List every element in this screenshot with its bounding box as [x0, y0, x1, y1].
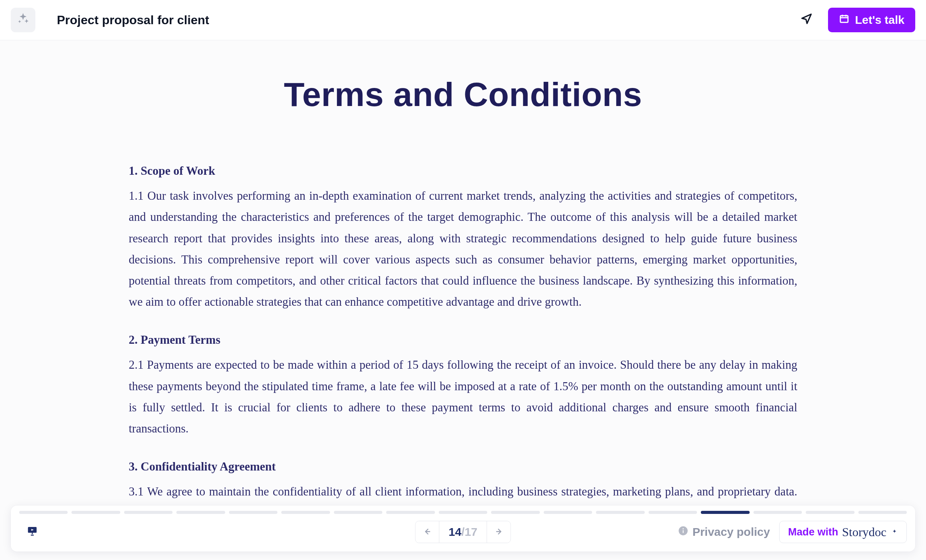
- svg-point-4: [683, 528, 684, 529]
- progress-segment[interactable]: [596, 511, 644, 514]
- made-with-storydoc-link[interactable]: Made with Storydoc: [779, 521, 907, 543]
- section-heading: 1. Scope of Work: [129, 160, 797, 181]
- location-arrow-icon: [800, 13, 813, 28]
- slide-progress[interactable]: [19, 511, 907, 514]
- page-content: Terms and Conditions 1. Scope of Work1.1…: [129, 40, 797, 560]
- total-pages: 17: [465, 525, 477, 538]
- page-separator: /: [461, 525, 465, 538]
- progress-segment[interactable]: [649, 511, 697, 514]
- progress-segment[interactable]: [858, 511, 907, 514]
- progress-segment[interactable]: [281, 511, 330, 514]
- top-bar: Project proposal for client Let's talk: [0, 0, 926, 40]
- lets-talk-label: Let's talk: [855, 13, 904, 27]
- progress-segment[interactable]: [806, 511, 854, 514]
- next-slide-button[interactable]: [487, 521, 511, 543]
- progress-segment[interactable]: [491, 511, 539, 514]
- progress-segment[interactable]: [71, 511, 120, 514]
- document-title: Project proposal for client: [57, 13, 209, 27]
- privacy-policy-link[interactable]: Privacy policy: [678, 525, 770, 539]
- current-page: 14: [448, 525, 461, 538]
- progress-segment[interactable]: [124, 511, 173, 514]
- progress-segment[interactable]: [439, 511, 487, 514]
- page-scroll-area[interactable]: Terms and Conditions 1. Scope of Work1.1…: [0, 40, 926, 560]
- present-button[interactable]: [24, 524, 41, 540]
- section-body: 1.1 Our task involves performing an in-d…: [129, 185, 797, 312]
- sparkle-icon: [16, 12, 30, 28]
- privacy-policy-label: Privacy policy: [692, 525, 770, 538]
- section-heading: 3. Confidentiality Agreement: [129, 456, 797, 477]
- storydoc-brand: Storydoc: [842, 525, 886, 539]
- arrow-left-icon: [423, 527, 432, 537]
- page-title: Terms and Conditions: [129, 75, 797, 114]
- progress-segment[interactable]: [386, 511, 435, 514]
- presentation-icon: [27, 525, 38, 539]
- progress-segment[interactable]: [544, 511, 592, 514]
- progress-segment[interactable]: [334, 511, 382, 514]
- prev-slide-button[interactable]: [415, 521, 439, 543]
- progress-segment[interactable]: [176, 511, 225, 514]
- progress-segment[interactable]: [701, 511, 749, 514]
- svg-rect-0: [840, 15, 848, 22]
- bottom-bar: 14/17 Privacy policy Made with Storydoc: [11, 505, 915, 552]
- page-indicator: 14/17: [439, 521, 486, 543]
- section-body: 2.1 Payments are expected to be made wit…: [129, 354, 797, 439]
- share-button[interactable]: [796, 9, 817, 31]
- svg-rect-3: [683, 530, 684, 533]
- info-icon: [678, 525, 689, 539]
- arrow-right-icon: [494, 527, 503, 537]
- progress-segment[interactable]: [753, 511, 802, 514]
- progress-segment[interactable]: [229, 511, 277, 514]
- pager: 14/17: [415, 521, 511, 543]
- sparkle-icon: [890, 526, 898, 538]
- app-logo: [11, 8, 35, 32]
- terms-body: 1. Scope of Work1.1 Our task involves pe…: [129, 160, 797, 545]
- calendar-icon: [839, 13, 850, 27]
- progress-segment[interactable]: [19, 511, 68, 514]
- lets-talk-button[interactable]: Let's talk: [828, 8, 915, 32]
- section-heading: 2. Payment Terms: [129, 329, 797, 350]
- made-with-label: Made with: [788, 526, 838, 538]
